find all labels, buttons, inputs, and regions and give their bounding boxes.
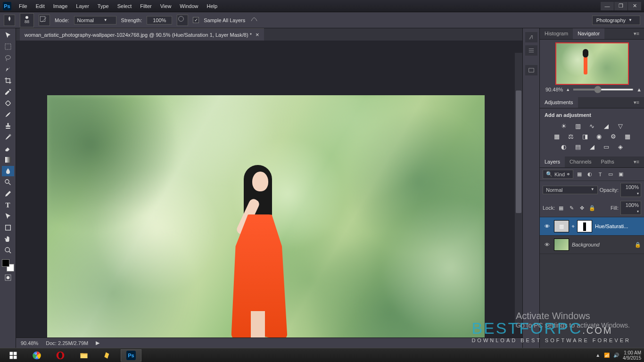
menu-filter[interactable]: Filter (136, 2, 155, 10)
tray-volume-icon[interactable]: 🔊 (613, 353, 619, 358)
photo-filter-icon[interactable]: ◉ (594, 132, 604, 140)
navigator-thumbnail[interactable] (555, 42, 629, 85)
menu-edit[interactable]: Edit (32, 2, 49, 10)
menu-type[interactable]: Type (94, 2, 113, 10)
taskbar-chrome[interactable] (26, 349, 47, 362)
posterize-icon[interactable]: ▤ (573, 143, 583, 150)
taskbar-explorer[interactable] (74, 349, 94, 362)
sample-all-checkbox[interactable]: ✓ (193, 17, 199, 23)
filter-shape-icon[interactable]: ▭ (606, 171, 615, 178)
brightness-icon[interactable]: ☀ (559, 122, 569, 130)
tray-date[interactable]: 4/9/2015 (623, 355, 641, 361)
marquee-tool[interactable] (2, 41, 14, 52)
menu-image[interactable]: Image (50, 2, 72, 10)
history-brush-tool[interactable] (2, 132, 14, 142)
tab-adjustments[interactable]: Adjustments (540, 97, 578, 108)
curves-icon[interactable]: ∿ (587, 122, 597, 130)
taskbar-opera[interactable] (50, 349, 71, 362)
tab-histogram[interactable]: Histogram (540, 28, 573, 39)
close-button[interactable]: ✕ (628, 2, 641, 10)
tray-network-icon[interactable]: 📶 (604, 353, 610, 358)
color-balance-icon[interactable]: ⚖ (566, 132, 576, 140)
layer-name[interactable]: Background (572, 242, 632, 247)
filter-adjust-icon[interactable]: ◐ (586, 171, 594, 178)
exposure-icon[interactable]: ◢ (602, 122, 611, 130)
canvas-viewport[interactable] (16, 41, 522, 337)
blur-tool[interactable] (2, 166, 14, 176)
layer-thumb-image[interactable] (554, 239, 569, 251)
menu-layer[interactable]: Layer (72, 2, 93, 10)
zoom-readout[interactable]: 90.48% (21, 340, 38, 346)
hand-tool[interactable] (2, 234, 14, 244)
invert-icon[interactable]: ◐ (559, 143, 569, 150)
move-tool[interactable] (2, 30, 14, 41)
brush-panel-toggle[interactable] (39, 15, 50, 26)
layer-filter-kind[interactable]: 🔍Kind≑ (543, 170, 573, 179)
canvas[interactable] (47, 95, 485, 337)
zoom-in-icon[interactable]: ▲ (636, 87, 642, 92)
layer-thumb-mask[interactable] (577, 220, 592, 232)
lasso-tool[interactable] (2, 53, 14, 63)
filter-pixel-icon[interactable]: ▦ (575, 171, 584, 178)
tray-time[interactable]: 1:00 AM (623, 350, 641, 355)
selective-color-icon[interactable]: ◈ (616, 143, 625, 150)
layer-item[interactable]: 👁 ▥ ⎆ Hue/Saturati... (540, 217, 644, 236)
dock-icon-1[interactable] (525, 32, 537, 42)
maximize-button[interactable]: ❐ (614, 2, 627, 10)
workspace-switcher[interactable]: Photography▼ (592, 16, 640, 25)
dock-icon-3[interactable] (525, 65, 537, 75)
dodge-tool[interactable] (2, 177, 14, 188)
opacity-input[interactable]: 100% ▾ (620, 183, 641, 197)
gradient-map-icon[interactable]: ▭ (602, 143, 611, 150)
tray-icon[interactable]: ▲ (595, 353, 600, 358)
vibrance-icon[interactable]: ▽ (616, 122, 625, 130)
start-button[interactable] (3, 349, 24, 362)
lock-transparent-icon[interactable]: ▦ (557, 204, 565, 212)
path-select-tool[interactable] (2, 211, 14, 222)
tab-layers[interactable]: Layers (540, 156, 565, 167)
tablet-pressure-toggle[interactable] (250, 15, 261, 26)
threshold-icon[interactable]: ◢ (587, 143, 597, 150)
navigator-zoom-slider[interactable] (573, 89, 634, 90)
gradient-tool[interactable] (2, 155, 14, 165)
lock-all-icon[interactable]: 🔒 (588, 204, 596, 212)
hue-icon[interactable]: ▦ (552, 132, 561, 140)
panel-menu-icon[interactable]: ▾≡ (629, 28, 644, 39)
fill-input[interactable]: 100% ▾ (620, 201, 641, 215)
tab-paths[interactable]: Paths (596, 156, 619, 167)
quick-mask-toggle[interactable] (2, 272, 14, 283)
mode-select[interactable]: Normal▼ (74, 16, 116, 25)
status-arrow-icon[interactable]: ▶ (96, 340, 99, 346)
brush-tool[interactable] (2, 109, 14, 120)
tool-preset-picker[interactable] (4, 15, 15, 26)
eraser-tool[interactable] (2, 143, 14, 154)
levels-icon[interactable]: ▥ (573, 122, 583, 130)
menu-select[interactable]: Select (114, 2, 136, 10)
filter-smart-icon[interactable]: ▣ (617, 171, 625, 178)
filter-type-icon[interactable]: T (596, 171, 604, 178)
healing-tool[interactable] (2, 98, 14, 108)
layer-thumb-adjustment[interactable]: ▥ (554, 220, 569, 232)
menu-window[interactable]: Window (176, 2, 202, 10)
stamp-tool[interactable] (2, 121, 14, 131)
vertical-scrollbar[interactable] (515, 53, 522, 327)
lock-position-icon[interactable]: ✥ (578, 204, 586, 212)
visibility-icon[interactable]: 👁 (543, 242, 551, 247)
close-icon[interactable]: × (256, 31, 259, 38)
dock-icon-2[interactable] (525, 45, 537, 56)
taskbar-app[interactable] (97, 349, 118, 362)
menu-file[interactable]: File (15, 2, 31, 10)
lock-paint-icon[interactable]: ✎ (567, 204, 576, 212)
channel-mixer-icon[interactable]: ⚙ (609, 132, 618, 140)
zoom-out-icon[interactable]: ▲ (566, 87, 570, 92)
layer-item[interactable]: 👁 Background 🔒 (540, 236, 644, 254)
pressure-toggle[interactable] (177, 15, 188, 26)
tab-channels[interactable]: Channels (565, 156, 596, 167)
document-tab[interactable]: woman_artistic_photography-wallpaper-102… (20, 28, 264, 41)
tab-navigator[interactable]: Navigator (573, 28, 604, 39)
panel-menu-icon[interactable]: ▾≡ (629, 156, 644, 167)
blend-mode-select[interactable]: Normal▼ (543, 186, 598, 194)
taskbar-photoshop[interactable]: Ps (121, 349, 141, 362)
quick-select-tool[interactable] (2, 64, 14, 74)
layer-name[interactable]: Hue/Saturati... (595, 223, 641, 229)
